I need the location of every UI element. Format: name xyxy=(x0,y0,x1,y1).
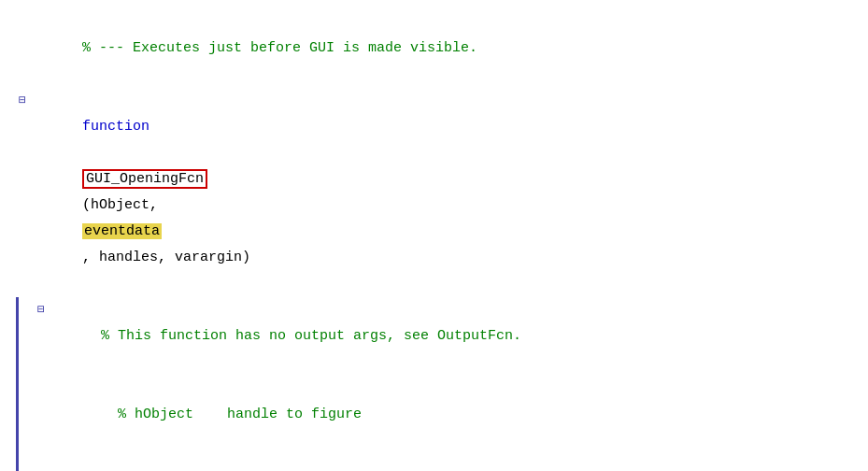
keyword-function: function xyxy=(82,119,149,135)
space xyxy=(82,145,91,161)
line-content-2: function GUI_OpeningFcn (hObject, eventd… xyxy=(28,88,868,297)
code-line-1: % --- Executes just before GUI is made v… xyxy=(0,9,868,88)
code-line-4: % hObject handle to figure xyxy=(16,376,868,454)
open-paren: (hObject, xyxy=(82,197,175,213)
code-line-3: ⊟ % This function has no output args, se… xyxy=(16,297,868,376)
code-text: % --- Executes just before GUI is made v… xyxy=(82,40,477,56)
line-content-4: % hObject handle to figure xyxy=(47,376,868,454)
code-line-2: ⊟ function GUI_OpeningFcn (hObject, even… xyxy=(0,88,868,297)
code-line-5: % eventdata reserved - to be defined in … xyxy=(16,454,868,471)
code-editor: % --- Executes just before GUI is made v… xyxy=(0,0,868,471)
rest-params: , handles, varargin) xyxy=(82,250,250,265)
function-name-box: GUI_OpeningFcn xyxy=(82,169,207,189)
line-marker-3: ⊟ xyxy=(37,297,47,323)
eventdata-highlight: eventdata xyxy=(82,223,162,239)
line-content-5: % eventdata reserved - to be defined in … xyxy=(47,454,868,471)
code-text: % This function has no output args, see … xyxy=(101,328,521,344)
line-marker-2: ⊟ xyxy=(19,88,28,114)
line-content-1: % --- Executes just before GUI is made v… xyxy=(28,9,868,88)
code-text: % hObject handle to figure xyxy=(101,407,362,422)
line-content-3: % This function has no output args, see … xyxy=(47,297,868,376)
